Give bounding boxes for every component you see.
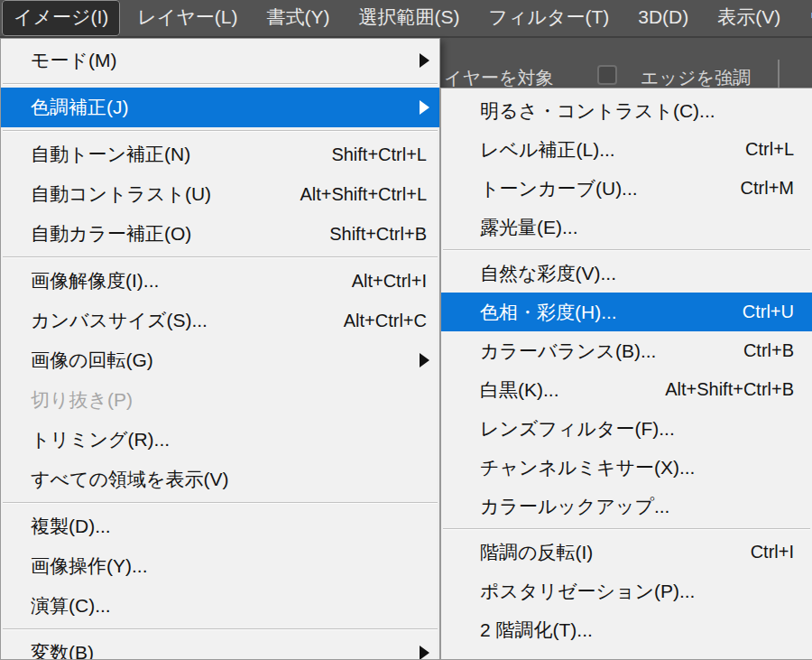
menubar-item[interactable]: フィルター(T)	[476, 0, 621, 36]
menu-item-label: カラーバランス(B)...	[480, 339, 656, 364]
menubar-item-label: 3D(D)	[638, 6, 688, 27]
submenu-arrow-icon	[420, 353, 429, 367]
menubar-item-label: レイヤー(L)	[137, 6, 237, 27]
menu-item[interactable]: カラーバランス(B)... Ctrl+B	[441, 331, 812, 370]
menu-item-shortcut: Shift+Ctrl+B	[329, 224, 427, 245]
menu-item[interactable]: 自動コントラスト(U) Alt+Shift+Ctrl+L	[1, 174, 439, 214]
menubar-item-label: 選択範囲(S)	[358, 6, 459, 27]
menu-item-shortcut: Alt+Ctrl+I	[352, 271, 427, 292]
menu-item[interactable]: 色相・彩度(H)... Ctrl+U	[441, 293, 812, 331]
edge-emphasis-label[interactable]: エッジを強調	[641, 66, 751, 90]
menu-item-label: 明るさ・コントラスト(C)...	[480, 98, 715, 124]
menu-item-label: 階調の反転(I)	[480, 540, 593, 565]
menubar-item[interactable]: 3D(D)	[626, 2, 700, 34]
menu-item-shortcut: Shift+Ctrl+L	[331, 144, 427, 165]
menu-item-label: 2 階調化(T)...	[480, 618, 593, 643]
menu-item-label: すべての領域を表示(V)	[31, 467, 228, 492]
menu-item[interactable]: 画像操作(Y)...	[1, 546, 439, 586]
menu-separator	[3, 502, 438, 504]
menubar-item[interactable]: イメージ(I)	[2, 0, 120, 36]
menu-item-label: 画像操作(Y)...	[31, 553, 148, 579]
menu-item[interactable]: 自然な彩度(V)...	[441, 254, 812, 293]
menu-separator	[443, 528, 810, 530]
menubar-item-label: 書式(Y)	[266, 6, 329, 27]
edge-emphasis-checkbox[interactable]	[597, 65, 617, 85]
menu-item[interactable]: 画像の回転(G)	[1, 340, 439, 380]
menu-item[interactable]: 演算(C)...	[1, 586, 439, 626]
menu-item-label: 色調補正(J)	[31, 95, 129, 120]
menu-item-label: グラデーションマップ(G)...	[480, 656, 716, 660]
submenu-arrow-icon	[420, 53, 429, 68]
menu-item-label: 切り抜き(P)	[31, 387, 133, 413]
menu-item[interactable]: 明るさ・コントラスト(C)...	[441, 91, 812, 130]
menu-item-label: 自動トーン補正(N)	[31, 142, 190, 167]
menu-item[interactable]: レベル補正(L)... Ctrl+L	[441, 130, 812, 169]
menu-item-shortcut: Alt+Shift+Ctrl+B	[665, 379, 794, 400]
submenu-arrow-icon	[420, 646, 429, 660]
menubar-item[interactable]: レイヤー(L)	[125, 0, 249, 36]
menu-bar: イメージ(I) レイヤー(L) 書式(Y) 選択範囲(S) フィルター(T) 3…	[0, 0, 812, 36]
layers-target-label[interactable]: イヤーを対象	[444, 66, 553, 90]
menubar-item[interactable]: 書式(Y)	[254, 0, 341, 36]
menu-item-label: 画像解像度(I)...	[31, 268, 159, 293]
menu-item[interactable]: 自動カラー補正(O) Shift+Ctrl+B	[1, 214, 439, 254]
menu-item-label: カラールックアップ...	[480, 494, 669, 519]
menu-item-label: 白黒(K)...	[480, 377, 559, 403]
menu-item-label: 複製(D)...	[31, 514, 111, 539]
menu-item-label: 色相・彩度(H)...	[480, 300, 617, 325]
menu-item-label: レンズフィルター(F)...	[480, 416, 675, 442]
menu-item-shortcut: Ctrl+M	[741, 178, 794, 199]
menu-item-label: トリミング(R)...	[31, 427, 170, 452]
menu-item-shortcut: Ctrl+I	[751, 542, 794, 562]
menubar-item[interactable]: 表示(V)	[706, 0, 792, 36]
menu-item[interactable]: 露光量(E)...	[441, 208, 812, 246]
menu-separator	[443, 249, 810, 251]
menu-item-label: トーンカーブ(U)...	[480, 176, 638, 201]
menu-item-label: 自動コントラスト(U)	[31, 181, 211, 207]
menu-item[interactable]: 白黒(K)... Alt+Shift+Ctrl+B	[441, 370, 812, 409]
menu-separator	[3, 628, 438, 630]
menu-item[interactable]: グラデーションマップ(G)...	[441, 649, 812, 660]
menu-item[interactable]: すべての領域を表示(V)	[1, 460, 439, 499]
menu-item-label: 自動カラー補正(O)	[31, 221, 191, 246]
menu-item[interactable]: モード(M)	[1, 41, 439, 80]
menu-item-label: 画像の回転(G)	[31, 348, 153, 373]
menubar-item[interactable]: 選択範囲(S)	[346, 0, 471, 36]
menu-item[interactable]: 変数(B)	[1, 633, 439, 660]
menu-item[interactable]: チャンネルミキサー(X)...	[441, 448, 812, 487]
menu-item[interactable]: カラールックアップ...	[441, 487, 812, 525]
menu-separator	[3, 83, 438, 85]
menubar-item-label: イメージ(I)	[14, 6, 108, 27]
image-menu-dropdown: モード(M) 色調補正(J) 自動トーン補正(N) Shift+Ctrl+L 自…	[0, 38, 440, 660]
menu-item[interactable]: 切り抜き(P)	[1, 380, 439, 420]
menu-item[interactable]: トーンカーブ(U)... Ctrl+M	[441, 169, 812, 208]
menu-item[interactable]: 画像解像度(I)... Alt+Ctrl+I	[1, 261, 439, 301]
adjustments-submenu: 明るさ・コントラスト(C)... レベル補正(L)... Ctrl+L トーンカ…	[440, 88, 812, 660]
menu-separator	[3, 256, 438, 258]
menu-item-shortcut: Ctrl+B	[743, 340, 794, 361]
menu-item-shortcut: Alt+Shift+Ctrl+L	[300, 184, 427, 205]
menu-item[interactable]: 自動トーン補正(N) Shift+Ctrl+L	[1, 135, 439, 174]
menu-item-label: 演算(C)...	[31, 593, 111, 618]
menu-item[interactable]: レンズフィルター(F)...	[441, 409, 812, 448]
menu-item-shortcut: Ctrl+L	[745, 139, 794, 160]
menu-item-shortcut: Ctrl+U	[743, 302, 794, 322]
submenu-arrow-icon	[420, 100, 429, 115]
menu-item-label: 露光量(E)...	[480, 215, 578, 240]
menu-item[interactable]: カンバスサイズ(S)... Alt+Ctrl+C	[1, 301, 439, 340]
menu-item-label: レベル補正(L)...	[480, 137, 615, 163]
menu-item[interactable]: ポスタリゼーション(P)...	[441, 572, 812, 610]
menu-item-label: モード(M)	[31, 48, 116, 73]
menu-item-shortcut: Alt+Ctrl+C	[344, 311, 427, 331]
menu-item[interactable]: トリミング(R)...	[1, 420, 439, 460]
menu-item-label: ポスタリゼーション(P)...	[480, 579, 695, 604]
menu-item-label: チャンネルミキサー(X)...	[480, 455, 695, 480]
menu-item[interactable]: 階調の反転(I) Ctrl+I	[441, 533, 812, 572]
menu-item[interactable]: 2 階調化(T)...	[441, 610, 812, 649]
menu-item-label: カンバスサイズ(S)...	[31, 308, 208, 333]
menubar-item-label: 表示(V)	[717, 6, 780, 27]
menu-item[interactable]: 複製(D)...	[1, 507, 439, 546]
menu-item[interactable]: 色調補正(J)	[1, 88, 439, 127]
menubar-item-label: フィルター(T)	[488, 6, 609, 27]
menubar-item[interactable]: ウ	[798, 0, 812, 36]
